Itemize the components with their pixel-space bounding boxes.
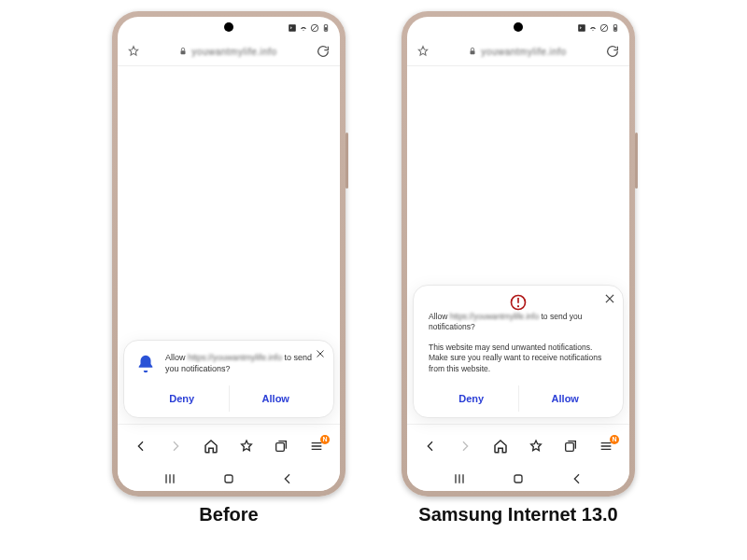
bell-icon	[135, 354, 156, 374]
lock-icon	[468, 47, 477, 56]
msg-site: https://youwantmylife.info	[188, 353, 282, 362]
warning-icon	[509, 293, 528, 312]
system-navigation-bar	[407, 467, 629, 491]
battery-icon	[611, 23, 620, 33]
svg-rect-5	[276, 442, 285, 451]
popup-message: Allow https://youwantmylife.info to send…	[165, 352, 322, 374]
warn-line2: This website may send unwanted notificat…	[425, 343, 612, 374]
svg-rect-15	[566, 442, 574, 451]
wifi-icon	[588, 23, 598, 33]
menu-badge: N	[610, 435, 619, 444]
caption-left: Before	[199, 504, 258, 525]
browser-toolbar: N	[407, 424, 629, 467]
power-button	[345, 133, 348, 189]
svg-line-1	[312, 25, 317, 31]
bookmarks-icon[interactable]	[237, 437, 256, 455]
lock-icon	[178, 47, 188, 56]
bookmarks-icon[interactable]	[527, 437, 545, 455]
svg-point-14	[517, 305, 519, 307]
svg-rect-11	[471, 50, 475, 54]
bottom-stack: N	[407, 424, 629, 491]
nfc-icon	[288, 23, 297, 33]
tabs-icon[interactable]	[561, 437, 580, 455]
nav-back-icon[interactable]	[132, 437, 150, 455]
allow-button[interactable]: Allow	[229, 385, 323, 412]
warn-line1: Allow https://youwantmylife.info to send…	[425, 312, 612, 333]
address-bar: youwantmylife.info	[118, 37, 340, 66]
left-column: youwantmylife.info	[112, 11, 345, 525]
msg-prefix: Allow	[429, 312, 450, 321]
no-sim-icon	[310, 23, 319, 33]
page-content: Allow https://youwantmylife.info to send…	[407, 66, 629, 424]
bottom-stack: N	[118, 424, 340, 491]
svg-rect-16	[514, 475, 522, 483]
recents-button[interactable]	[451, 470, 468, 487]
battery-icon	[321, 23, 331, 33]
page-content: Allow https://youwantmylife.info to send…	[118, 66, 340, 424]
phone-frame-left: youwantmylife.info	[112, 11, 345, 497]
right-column: youwantmylife.info	[402, 11, 635, 525]
msg-prefix: Allow	[165, 353, 188, 362]
address-bar: youwantmylife.info	[407, 37, 629, 66]
home-button[interactable]	[220, 470, 237, 487]
menu-icon[interactable]: N	[597, 437, 615, 455]
nav-back-icon[interactable]	[421, 437, 440, 455]
tabs-icon[interactable]	[272, 437, 290, 455]
browser-toolbar: N	[118, 424, 340, 467]
system-navigation-bar	[118, 467, 340, 491]
camera-punch-hole	[514, 22, 523, 32]
recents-button[interactable]	[162, 470, 178, 487]
allow-button[interactable]: Allow	[518, 385, 613, 412]
reload-icon[interactable]	[605, 44, 620, 59]
phone-frame-right: youwantmylife.info	[402, 11, 635, 497]
comparison-stage: youwantmylife.info	[0, 0, 747, 560]
caption-right: Samsung Internet 13.0	[418, 504, 617, 525]
popup-actions: Deny Allow	[425, 385, 612, 412]
nav-forward-icon	[456, 437, 474, 455]
menu-badge: N	[320, 435, 330, 444]
reload-icon[interactable]	[316, 44, 331, 59]
home-icon[interactable]	[491, 437, 510, 455]
close-icon[interactable]	[602, 291, 617, 306]
url-display[interactable]: youwantmylife.info	[146, 47, 310, 57]
back-button[interactable]	[279, 470, 296, 487]
svg-rect-4	[181, 50, 186, 54]
wifi-icon	[299, 23, 308, 33]
notification-permission-popup: Allow https://youwantmylife.info to send…	[123, 340, 334, 418]
home-icon[interactable]	[202, 437, 220, 455]
svg-rect-6	[225, 475, 233, 483]
no-sim-icon	[599, 23, 609, 33]
svg-rect-10	[614, 27, 616, 30]
msg-site: https://youwantmylife.info	[450, 312, 539, 321]
nfc-icon	[577, 23, 586, 33]
popup-body: Allow https://youwantmylife.info to send…	[135, 352, 322, 374]
nav-forward-icon	[166, 437, 185, 455]
deny-button[interactable]: Deny	[425, 385, 518, 412]
svg-line-8	[601, 25, 607, 31]
power-button	[635, 133, 638, 189]
bookmark-star-icon[interactable]	[127, 45, 140, 58]
url-text: youwantmylife.info	[481, 47, 566, 57]
menu-icon[interactable]: N	[307, 437, 326, 455]
notification-permission-warning-popup: Allow https://youwantmylife.info to send…	[413, 285, 624, 418]
camera-punch-hole	[224, 22, 233, 32]
svg-rect-3	[325, 27, 327, 30]
url-text: youwantmylife.info	[191, 47, 276, 57]
back-button[interactable]	[569, 470, 585, 487]
screen-left: youwantmylife.info	[118, 17, 340, 491]
popup-actions: Deny Allow	[135, 385, 322, 412]
bookmark-star-icon[interactable]	[416, 45, 430, 58]
deny-button[interactable]: Deny	[135, 385, 229, 412]
screen-right: youwantmylife.info	[407, 17, 629, 491]
home-button[interactable]	[510, 470, 527, 487]
url-display[interactable]: youwantmylife.info	[435, 47, 599, 57]
